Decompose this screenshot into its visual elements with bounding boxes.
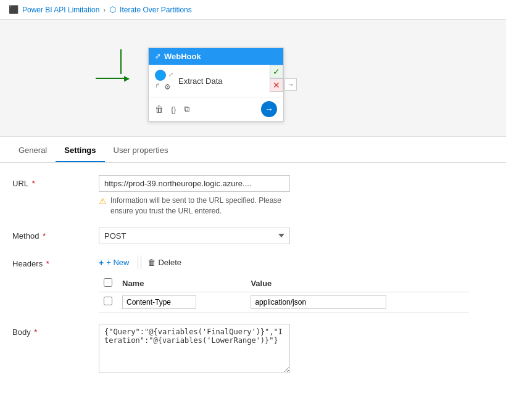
value-col-header: Value — [246, 275, 469, 292]
tab-general[interactable]: General — [10, 139, 56, 162]
breadcrumb-parent[interactable]: Power BI API Limitation — [22, 6, 99, 14]
row-name-cell — [117, 292, 246, 312]
select-all-checkbox[interactable] — [104, 278, 112, 287]
body-required: * — [32, 327, 38, 337]
webhook-card-title: WebHook — [164, 52, 201, 61]
url-input[interactable] — [99, 175, 290, 192]
canvas-area: ▶ ⤢ WebHook 🌐 ⤢ ↱ ⚙ Extract Data ✓ ✕ — [0, 20, 506, 137]
row-checkbox-cell — [99, 292, 117, 312]
headers-row: Headers * + + New 🗑 Delete — [12, 255, 494, 313]
check-status-icon[interactable]: ✓ — [270, 65, 283, 78]
delete-header-button[interactable]: 🗑 Delete — [141, 255, 188, 270]
braces-icon[interactable]: {} — [171, 105, 176, 114]
resize-small-icon: ⤢ — [168, 71, 173, 81]
gear-icon: ⚙ — [162, 82, 172, 92]
connector-arrow: ▶ — [96, 74, 130, 83]
tab-user-properties[interactable]: User properties — [105, 139, 177, 162]
webhook-body-title: Extract Data — [178, 76, 277, 86]
headers-table: Name Value — [99, 275, 469, 313]
new-header-label: + New — [106, 258, 129, 267]
headers-toolbar: + + New 🗑 Delete — [99, 255, 469, 270]
form-area: URL * ⚠ Information will be sent to the … — [0, 163, 506, 396]
headers-table-header-row: Name Value — [99, 275, 469, 292]
breadcrumb-separator: › — [103, 6, 106, 14]
header-value-input[interactable] — [251, 295, 386, 309]
body-label: Body * — [12, 324, 99, 337]
navigate-button[interactable]: → — [261, 101, 277, 117]
webhook-card-header: ⤢ WebHook — [149, 48, 283, 65]
webhook-card-body: 🌐 ⤢ ↱ ⚙ Extract Data ✓ ✕ — [149, 65, 283, 97]
pipeline-icon: ⬛ — [9, 5, 19, 14]
tabs-bar: General Settings User properties — [0, 139, 506, 163]
delete-trash-icon: 🗑 — [147, 258, 156, 267]
checkbox-col-header — [99, 275, 117, 292]
table-row — [99, 292, 469, 312]
url-warning-text: Information will be sent to the URL spec… — [110, 196, 290, 216]
webhook-icon-group: 🌐 ⤢ ↱ ⚙ — [155, 70, 173, 92]
webhook-card[interactable]: ⤢ WebHook 🌐 ⤢ ↱ ⚙ Extract Data ✓ ✕ 🗑 {} — [148, 47, 284, 121]
tab-settings[interactable]: Settings — [56, 139, 104, 162]
row-checkbox[interactable] — [104, 297, 112, 305]
method-row: Method * GET POST PUT DELETE PATCH — [12, 228, 494, 244]
webhook-card-footer: 🗑 {} ⧉ → — [149, 97, 283, 121]
globe-icon: 🌐 — [155, 70, 166, 81]
url-row: URL * ⚠ Information will be sent to the … — [12, 175, 494, 216]
headers-control-area: + + New 🗑 Delete Name Value — [99, 255, 494, 313]
url-control-area: ⚠ Information will be sent to the URL sp… — [99, 175, 494, 216]
loop-icon: ⬡ — [109, 5, 116, 14]
breadcrumb-child[interactable]: Iterate Over Partitions — [120, 6, 192, 14]
body-control-area: {"Query":"@{variables('FinalQuery')}","I… — [99, 324, 494, 375]
card-expand-arrow[interactable]: → — [284, 78, 297, 91]
url-required: * — [30, 179, 35, 188]
headers-required: * — [44, 259, 49, 268]
method-label: Method * — [12, 228, 99, 241]
method-select[interactable]: GET POST PUT DELETE PATCH — [99, 228, 290, 244]
method-required: * — [40, 231, 46, 241]
name-col-header: Name — [117, 275, 246, 292]
body-textarea[interactable]: {"Query":"@{variables('FinalQuery')}","I… — [99, 324, 290, 373]
toolbar-divider — [138, 257, 138, 269]
row-value-cell — [246, 292, 469, 312]
headers-label: Headers * — [12, 255, 99, 268]
warning-icon: ⚠ — [99, 196, 107, 206]
x-status-icon[interactable]: ✕ — [270, 78, 283, 92]
plus-icon: + — [99, 258, 104, 268]
delete-icon[interactable]: 🗑 — [155, 104, 164, 114]
arrow-up-left-icon: ↱ — [155, 82, 160, 92]
copy-icon[interactable]: ⧉ — [184, 104, 189, 114]
delete-header-label: Delete — [158, 258, 181, 267]
resize-icon: ⤢ — [155, 52, 160, 60]
new-header-button[interactable]: + + New — [99, 255, 135, 270]
method-control-area: GET POST PUT DELETE PATCH — [99, 228, 494, 244]
breadcrumb: ⬛ Power BI API Limitation › ⬡ Iterate Ov… — [0, 0, 506, 20]
url-warning-box: ⚠ Information will be sent to the URL sp… — [99, 196, 290, 216]
url-label: URL * — [12, 175, 99, 188]
body-row: Body * {"Query":"@{variables('FinalQuery… — [12, 324, 494, 375]
header-name-input[interactable] — [122, 295, 196, 309]
